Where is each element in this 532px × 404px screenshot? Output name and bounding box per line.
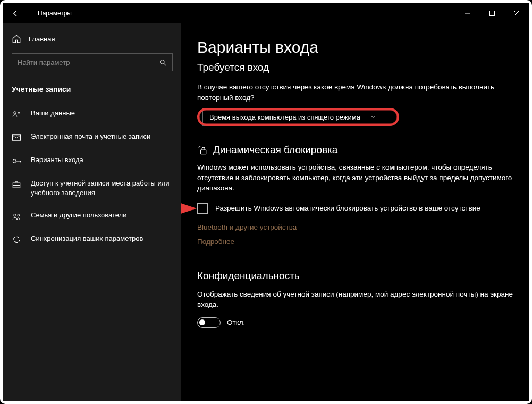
search-input[interactable] bbox=[18, 58, 159, 66]
dynamic-lock-icon bbox=[197, 145, 208, 155]
home-icon bbox=[12, 34, 21, 44]
page-title: Варианты входа bbox=[197, 38, 513, 56]
svg-point-17 bbox=[18, 214, 20, 216]
main-content: Варианты входа Требуется вход В случае в… bbox=[181, 23, 529, 401]
dynamic-lock-heading-row: Динамическая блокировка bbox=[197, 144, 513, 156]
key-icon bbox=[12, 156, 21, 166]
privacy-toggle-row: Откл. bbox=[197, 317, 513, 328]
window-controls bbox=[455, 3, 529, 23]
learn-more-link[interactable]: Подробнее bbox=[197, 238, 513, 246]
sidebar: Главная Учетные записи Ваши данные Элект… bbox=[3, 23, 181, 401]
require-signin-dropdown[interactable]: Время выхода компьютера из спящего режим… bbox=[202, 108, 383, 126]
back-button[interactable] bbox=[3, 3, 27, 23]
people-icon bbox=[12, 212, 21, 221]
sidebar-item-work-access[interactable]: Доступ к учетной записи места работы или… bbox=[3, 172, 181, 204]
svg-point-4 bbox=[161, 60, 165, 64]
svg-point-6 bbox=[14, 112, 16, 114]
maximize-icon bbox=[489, 11, 495, 16]
bluetooth-link[interactable]: Bluetooth и другие устройства bbox=[197, 223, 513, 231]
search-icon bbox=[159, 58, 167, 66]
sidebar-item-label: Доступ к учетной записи места работы или… bbox=[31, 179, 173, 198]
sidebar-item-label: Электронная почта и учетные записи bbox=[31, 132, 150, 141]
sync-icon bbox=[12, 235, 21, 245]
sidebar-home[interactable]: Главная bbox=[3, 29, 181, 53]
your-info-icon bbox=[12, 110, 21, 119]
briefcase-icon bbox=[12, 180, 21, 189]
toggle-knob bbox=[199, 319, 205, 325]
maximize-button[interactable] bbox=[480, 3, 504, 23]
minimize-icon bbox=[465, 11, 470, 16]
require-signin-desc: В случае вашего отсутствия через какое в… bbox=[197, 82, 513, 103]
dynamic-lock-heading: Динамическая блокировка bbox=[213, 144, 337, 156]
svg-point-16 bbox=[14, 214, 16, 217]
dynamic-lock-checkbox[interactable] bbox=[197, 203, 208, 214]
sidebar-item-email-accounts[interactable]: Электронная почта и учетные записи bbox=[3, 125, 181, 149]
dropdown-highlight: Время выхода компьютера из спящего режим… bbox=[197, 108, 399, 126]
svg-line-5 bbox=[164, 63, 166, 65]
svg-rect-18 bbox=[201, 150, 206, 154]
chevron-down-icon bbox=[370, 114, 376, 120]
mail-icon bbox=[12, 133, 21, 142]
dynamic-lock-checkbox-label: Разрешить Windows автоматически блокиров… bbox=[215, 203, 480, 214]
dynamic-lock-checkbox-row: Разрешить Windows автоматически блокиров… bbox=[197, 203, 513, 214]
close-icon bbox=[514, 11, 519, 16]
dynamic-lock-desc: Windows может использовать устройства, с… bbox=[197, 162, 513, 193]
privacy-desc: Отображать сведения об учетной записи (н… bbox=[197, 289, 513, 310]
sidebar-item-label: Ваши данные bbox=[31, 108, 75, 118]
arrow-left-icon bbox=[11, 9, 20, 18]
search-wrap bbox=[12, 53, 173, 71]
search-box[interactable] bbox=[12, 53, 173, 71]
close-button[interactable] bbox=[504, 3, 529, 23]
sidebar-item-label: Синхронизация ваших параметров bbox=[31, 234, 143, 243]
privacy-heading: Конфиденциальность bbox=[197, 270, 513, 282]
sidebar-section-label: Учетные записи bbox=[3, 83, 181, 102]
sidebar-item-label: Семья и другие пользователи bbox=[31, 211, 126, 220]
sidebar-home-label: Главная bbox=[29, 35, 55, 43]
svg-rect-9 bbox=[13, 135, 21, 141]
sidebar-item-your-info[interactable]: Ваши данные bbox=[3, 102, 181, 125]
titlebar: Параметры bbox=[3, 3, 529, 23]
svg-point-10 bbox=[13, 159, 16, 163]
minimize-button[interactable] bbox=[455, 3, 480, 23]
sidebar-item-family[interactable]: Семья и другие пользователи bbox=[3, 204, 181, 228]
privacy-toggle[interactable] bbox=[197, 317, 221, 328]
sidebar-item-label: Варианты входа bbox=[31, 155, 83, 165]
sidebar-item-signin-options[interactable]: Варианты входа bbox=[3, 149, 181, 172]
sidebar-item-sync[interactable]: Синхронизация ваших параметров bbox=[3, 228, 181, 251]
privacy-toggle-label: Откл. bbox=[227, 318, 245, 326]
svg-rect-1 bbox=[490, 11, 495, 16]
app-title: Параметры bbox=[38, 10, 72, 17]
dropdown-value: Время выхода компьютера из спящего режим… bbox=[209, 113, 360, 121]
require-signin-heading: Требуется вход bbox=[197, 62, 513, 73]
